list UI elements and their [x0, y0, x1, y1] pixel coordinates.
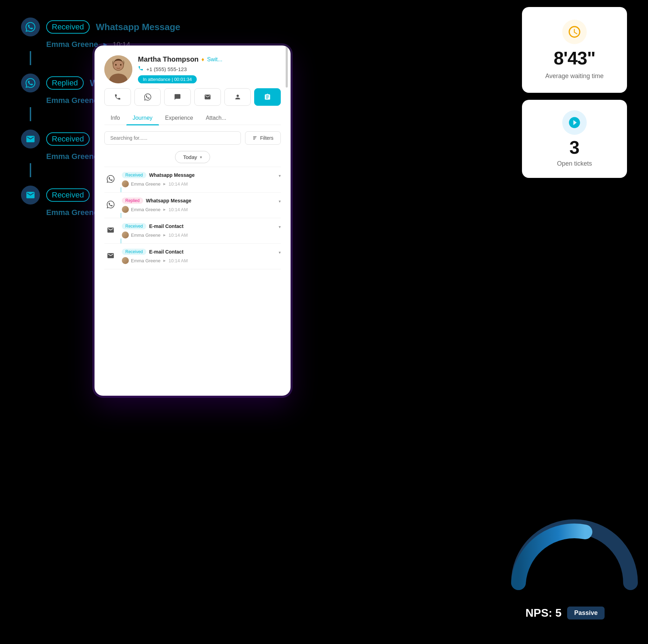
main-modal-card: Martha Thompson ♦ Swit... +1 (555) 555-1… [95, 46, 291, 396]
clock-icon [562, 20, 587, 44]
phone-number: +1 (555) 555-123 [146, 66, 187, 72]
journey-content-4: Received E-mail Contact Emma Greene ► 10… [122, 249, 281, 264]
card-header: Martha Thompson ♦ Swit... +1 (555) 555-1… [95, 46, 291, 83]
date-label: Today [183, 154, 197, 160]
bg-whatsapp-icon-1 [21, 18, 40, 36]
journey-title-2: Whatsapp Message [146, 198, 191, 203]
search-wrap[interactable] [104, 131, 241, 145]
journey-badge-replied-2: Replied [122, 198, 143, 204]
feed-line-3 [30, 163, 31, 177]
journey-arrow-4: ► [163, 258, 167, 263]
bg-badge-received-4: Received [46, 188, 90, 202]
action-buttons [95, 83, 291, 106]
contact-name: Martha Thompson [138, 55, 198, 63]
journey-whatsapp-icon-2 [104, 198, 117, 211]
expand-icon-1[interactable]: ▾ [279, 173, 281, 178]
tickets-card: 3 Open tickets [522, 100, 627, 178]
phone-icon [138, 65, 144, 72]
mini-avatar-2 [122, 206, 129, 213]
wait-time-value: 8'43" [554, 48, 595, 69]
bg-badge-received-1: Received [46, 20, 90, 34]
mini-avatar-1 [122, 180, 129, 187]
mini-avatar-3 [122, 231, 129, 238]
ticket-icon [562, 110, 587, 135]
chat-button[interactable] [164, 88, 191, 106]
contact-info: Martha Thompson ♦ Swit... +1 (555) 555-1… [138, 55, 281, 83]
journey-agent-3: Emma Greene [131, 233, 161, 238]
whatsapp-button[interactable] [134, 88, 161, 106]
expand-icon-3[interactable]: ▾ [279, 224, 281, 229]
status-badge: In attendance | 00:01:34 [138, 75, 197, 83]
tab-journey[interactable]: Journey [126, 111, 159, 125]
scrollbar-thumb[interactable] [286, 46, 288, 88]
tab-attach[interactable]: Attach... [200, 111, 233, 125]
tab-info[interactable]: Info [104, 111, 126, 125]
bg-name-1: Emma Greene [46, 40, 98, 49]
contact-button[interactable] [224, 88, 251, 106]
journey-badge-received-4: Received [122, 249, 146, 255]
bg-badge-replied-2: Replied [46, 76, 84, 90]
wait-time-card: 8'43" Average waiting time [522, 7, 627, 93]
switch-link[interactable]: Swit... [207, 56, 223, 63]
call-button[interactable] [104, 88, 131, 106]
journey-feed: Received Whatsapp Message Emma Greene ► … [95, 167, 291, 396]
journey-item-4: Received E-mail Contact Emma Greene ► 10… [104, 244, 281, 269]
journey-item-1: Received Whatsapp Message Emma Greene ► … [104, 167, 281, 193]
filter-label: Filters [260, 135, 273, 141]
date-pill[interactable]: Today ▾ [175, 151, 210, 163]
wait-time-label: Average waiting time [545, 72, 604, 80]
nps-passive-badge: Passive [567, 607, 605, 619]
journey-time-1: 10:14 AM [168, 181, 188, 187]
clipboard-button[interactable] [254, 88, 281, 106]
journey-whatsapp-icon-1 [104, 173, 117, 185]
mini-avatar-4 [122, 257, 129, 264]
feed-line-1 [30, 51, 31, 65]
bg-badge-received-3: Received [46, 132, 90, 146]
journey-agent-4: Emma Greene [131, 258, 161, 263]
bg-name-4: Emma Greene [46, 208, 98, 217]
email-button[interactable] [194, 88, 221, 106]
feed-line-2 [30, 107, 31, 121]
journey-arrow-3: ► [163, 233, 167, 237]
journey-badge-received-3: Received [122, 223, 146, 229]
bg-whatsapp-icon-2 [21, 74, 40, 92]
journey-time-2: 10:14 AM [168, 207, 188, 212]
journey-agent-1: Emma Greene [131, 181, 161, 187]
journey-agent-2: Emma Greene [131, 207, 161, 212]
search-row: Filters [95, 125, 291, 145]
svg-point-4 [115, 64, 117, 66]
journey-arrow-2: ► [163, 207, 167, 212]
bg-name-2: Emma Greene [46, 96, 98, 105]
ticket-label: Open tickets [557, 160, 592, 167]
expand-icon-4[interactable]: ▾ [279, 250, 281, 255]
nps-label: NPS: 5 [525, 607, 562, 619]
filter-button[interactable]: Filters [245, 131, 281, 145]
nps-area: NPS: 5 Passive [508, 518, 641, 623]
journey-content-2: Replied Whatsapp Message Emma Greene ► 1… [122, 198, 281, 213]
journey-item-2: Replied Whatsapp Message Emma Greene ► 1… [104, 193, 281, 218]
journey-email-icon-3 [104, 224, 117, 236]
journey-item-3: Received E-mail Contact Emma Greene ► 10… [104, 218, 281, 244]
journey-line-1 [120, 187, 121, 192]
contact-row: Martha Thompson ♦ Swit... +1 (555) 555-1… [104, 55, 281, 83]
journey-time-4: 10:14 AM [168, 258, 188, 263]
ticket-count: 3 [570, 137, 580, 158]
expand-icon-2[interactable]: ▾ [279, 199, 281, 204]
journey-title-1: Whatsapp Message [149, 172, 195, 178]
bg-email-icon-4 [21, 186, 40, 205]
journey-arrow-1: ► [163, 182, 167, 186]
journey-email-icon-4 [104, 249, 117, 262]
search-input[interactable] [110, 135, 235, 141]
journey-time-3: 10:14 AM [168, 233, 188, 238]
date-pill-wrap: Today ▾ [95, 145, 291, 167]
bg-name-3: Emma Greene [46, 152, 98, 161]
stats-area: 8'43" Average waiting time 3 Open ticket… [522, 7, 627, 178]
tabs: Info Journey Experience Attach... [104, 111, 281, 125]
journey-line-2 [120, 213, 121, 218]
svg-point-5 [120, 64, 121, 66]
bg-email-icon-3 [21, 130, 40, 148]
journey-title-3: E-mail Contact [149, 223, 183, 229]
diamond-icon: ♦ [201, 56, 204, 63]
journey-badge-received-1: Received [122, 172, 146, 178]
tab-experience[interactable]: Experience [159, 111, 200, 125]
